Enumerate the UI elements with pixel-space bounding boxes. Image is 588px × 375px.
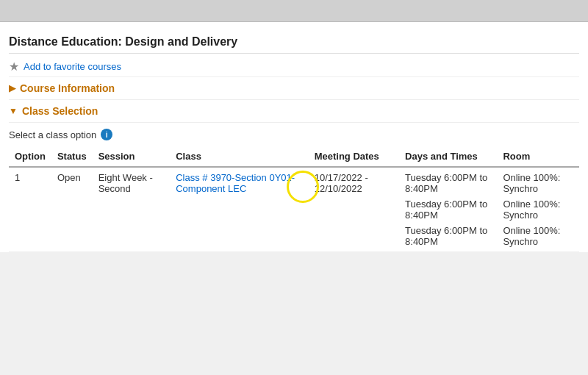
add-favorite-link[interactable]: Add to favorite courses [24, 61, 121, 72]
select-class-row: Select a class option i [9, 123, 579, 145]
cell-meeting-dates: 10/17/2022 - 12/10/2022 [309, 167, 399, 252]
col-header-meeting-dates: Meeting Dates [309, 146, 399, 167]
room-entry: Online 100%: Synchro [503, 172, 573, 194]
meeting-time-entry: Tuesday 6:00PM to 8:40PM [405, 225, 491, 247]
cell-room: Online 100%: SynchroOnline 100%: Synchro… [497, 167, 579, 252]
info-icon[interactable]: i [101, 129, 112, 140]
star-icon: ★ [9, 60, 19, 74]
col-header-status: Status [51, 146, 93, 167]
favorite-row: ★ Add to favorite courses [9, 54, 579, 77]
room-entry: Online 100%: Synchro [503, 199, 573, 221]
table-header-row: Option Status Session Class Meeting Date… [9, 146, 579, 167]
cell-option: 1 [9, 167, 51, 252]
class-table: Option Status Session Class Meeting Date… [9, 146, 579, 252]
top-bar [0, 0, 588, 22]
class-selection-label: Class Selection [22, 105, 98, 117]
course-information-section[interactable]: ▶ Course Information [9, 77, 579, 100]
cell-session: Eight Week - Second [93, 167, 171, 252]
col-header-class: Class [170, 146, 308, 167]
room-entry: Online 100%: Synchro [503, 225, 573, 247]
select-class-text: Select a class option [9, 129, 96, 140]
col-header-session: Session [93, 146, 171, 167]
class-selection-arrow: ▼ [9, 106, 18, 116]
cell-days-times: Tuesday 6:00PM to 8:40PMTuesday 6:00PM t… [399, 167, 497, 252]
col-header-room: Room [497, 146, 579, 167]
course-info-arrow: ▶ [9, 83, 15, 93]
class-link[interactable]: Class # 3970-Section 0Y01-Component LEC [176, 172, 295, 194]
page-title: Distance Education: Design and Delivery [9, 29, 579, 54]
col-header-option: Option [9, 146, 51, 167]
meeting-time-entry: Tuesday 6:00PM to 8:40PM [405, 172, 491, 194]
col-header-days-times: Days and Times [399, 146, 497, 167]
main-content: Distance Education: Design and Delivery … [0, 22, 588, 252]
cell-status: Open [51, 167, 93, 252]
table-row: 1OpenEight Week - SecondClass # 3970-Sec… [9, 167, 579, 252]
cell-class: Class # 3970-Section 0Y01-Component LEC [170, 167, 308, 252]
meeting-time-entry: Tuesday 6:00PM to 8:40PM [405, 199, 491, 221]
class-selection-section[interactable]: ▼ Class Selection [9, 100, 579, 123]
course-info-label: Course Information [20, 82, 115, 94]
